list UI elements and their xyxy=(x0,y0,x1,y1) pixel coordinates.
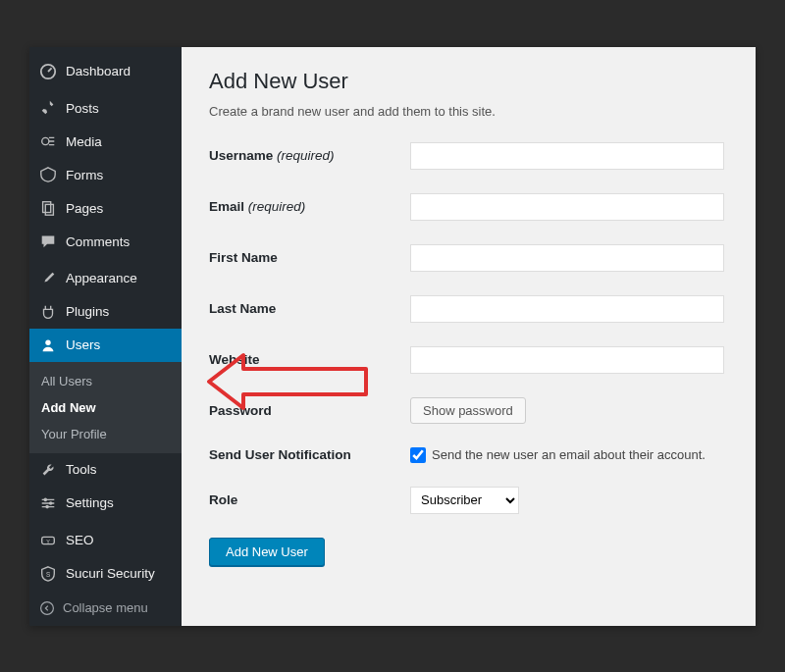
add-user-button[interactable]: Add New User xyxy=(209,538,325,566)
password-label: Password xyxy=(209,403,410,418)
sidebar-item-label: Posts xyxy=(66,101,99,116)
sidebar-item-posts[interactable]: Posts xyxy=(29,91,182,125)
pin-icon xyxy=(39,99,57,117)
forms-icon xyxy=(39,166,57,183)
username-label: Username (required) xyxy=(209,148,410,163)
sidebar-item-label: Users xyxy=(66,337,100,352)
sidebar-item-label: Settings xyxy=(66,495,114,510)
user-icon xyxy=(39,336,57,354)
sidebar-item-appearance[interactable]: Appearance xyxy=(29,262,182,295)
sidebar-item-tools[interactable]: Tools xyxy=(29,453,182,487)
submenu-item-all-users[interactable]: All Users xyxy=(29,368,182,394)
sidebar-item-label: Dashboard xyxy=(66,64,131,78)
lastname-input[interactable] xyxy=(410,295,724,323)
website-input[interactable] xyxy=(410,346,724,374)
email-label: Email (required) xyxy=(209,199,410,214)
submenu-item-your-profile[interactable]: Your Profile xyxy=(29,421,182,447)
notification-text: Send the new user an email about their a… xyxy=(432,447,706,462)
comments-icon xyxy=(39,233,57,250)
sidebar-item-label: Appearance xyxy=(66,271,137,285)
submenu-item-add-new[interactable]: Add New xyxy=(29,394,182,421)
shield-icon: S xyxy=(39,565,57,583)
sidebar-item-settings[interactable]: Settings xyxy=(29,487,182,520)
notification-checkbox[interactable] xyxy=(410,447,426,463)
sidebar-item-label: SEO xyxy=(66,533,94,547)
sidebar-item-label: Pages xyxy=(66,201,103,216)
svg-rect-3 xyxy=(45,205,53,216)
website-label: Website xyxy=(209,352,410,367)
media-icon xyxy=(39,132,57,150)
email-input[interactable] xyxy=(410,193,724,221)
sidebar-item-label: Plugins xyxy=(66,304,109,319)
sidebar-item-pages[interactable]: Pages xyxy=(29,191,182,225)
collapse-icon xyxy=(39,600,55,616)
seo-icon: Y xyxy=(39,532,57,549)
sliders-icon xyxy=(39,494,57,512)
svg-point-5 xyxy=(44,497,48,501)
show-password-button[interactable]: Show password xyxy=(410,397,526,424)
sidebar-item-label: Forms xyxy=(66,168,103,182)
sidebar-item-dashboard[interactable]: Dashboard xyxy=(29,55,182,88)
page-subtitle: Create a brand new user and add them to … xyxy=(209,104,728,119)
dashboard-icon xyxy=(39,63,57,80)
plug-icon xyxy=(39,303,57,321)
sidebar-item-label: Comments xyxy=(66,234,130,249)
sidebar-item-media[interactable]: Media xyxy=(29,125,182,158)
role-label: Role xyxy=(209,492,410,507)
sidebar-item-sucuri[interactable]: S Sucuri Security xyxy=(29,557,182,591)
svg-point-7 xyxy=(45,505,49,509)
sidebar-item-forms[interactable]: Forms xyxy=(29,158,182,191)
sidebar-item-comments[interactable]: Comments xyxy=(29,225,182,258)
svg-text:S: S xyxy=(46,570,50,577)
wrench-icon xyxy=(39,461,57,479)
sidebar-item-plugins[interactable]: Plugins xyxy=(29,295,182,329)
sidebar-item-label: Tools xyxy=(66,462,97,477)
username-input[interactable] xyxy=(410,142,724,170)
notification-label: Send User Notification xyxy=(209,447,410,462)
svg-point-4 xyxy=(45,339,50,344)
collapse-menu[interactable]: Collapse menu xyxy=(29,591,182,626)
firstname-input[interactable] xyxy=(410,244,724,272)
svg-point-6 xyxy=(49,501,53,505)
sidebar-item-seo[interactable]: Y SEO xyxy=(29,524,182,557)
users-submenu: All Users Add New Your Profile xyxy=(29,362,182,453)
admin-sidebar: Dashboard Posts Media Forms Pages Commen… xyxy=(29,47,182,626)
svg-point-11 xyxy=(41,601,54,614)
sidebar-item-label: Media xyxy=(66,134,102,149)
svg-point-1 xyxy=(42,138,49,145)
collapse-label: Collapse menu xyxy=(63,600,148,615)
firstname-label: First Name xyxy=(209,250,410,265)
sidebar-item-label: Sucuri Security xyxy=(66,566,155,581)
pages-icon xyxy=(39,199,57,217)
brush-icon xyxy=(39,270,57,287)
svg-rect-2 xyxy=(43,202,51,213)
role-select[interactable]: Subscriber xyxy=(410,487,519,514)
svg-text:Y: Y xyxy=(46,538,50,543)
page-title: Add New User xyxy=(209,69,728,94)
main-content: Add New User Create a brand new user and… xyxy=(182,47,756,626)
sidebar-item-users[interactable]: Users xyxy=(29,329,182,362)
lastname-label: Last Name xyxy=(209,301,410,316)
